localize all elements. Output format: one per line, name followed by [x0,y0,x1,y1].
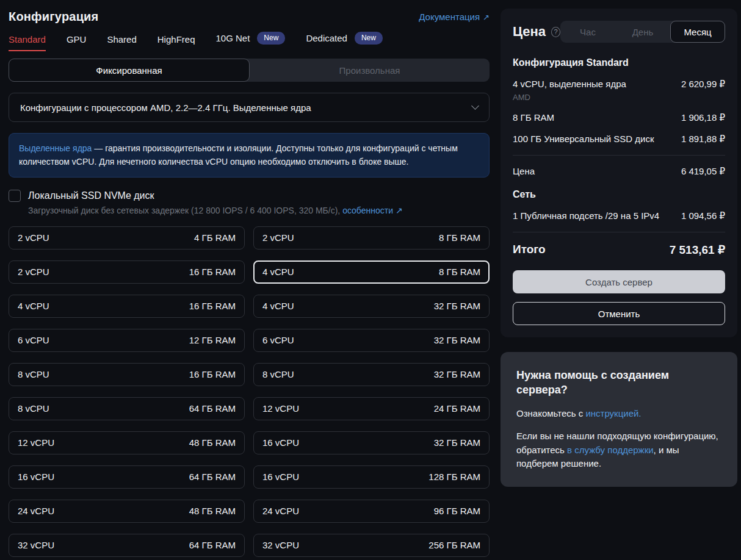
config-card[interactable]: 8 vCPU16 ГБ RAM [9,363,245,386]
subtotal-label: Цена [513,166,535,177]
tab-highfreq[interactable]: HighFreq [157,34,195,51]
tab-dedicated[interactable]: DedicatedNew [306,32,383,51]
help-title: Нужна помощь с созданием сервера? [516,368,721,398]
config-ram: 256 ГБ RAM [428,540,480,550]
config-cpu: 2 vCPU [18,232,49,243]
page-title: Конфигурация [9,10,99,24]
config-card[interactable]: 16 vCPU64 ГБ RAM [9,465,245,489]
documentation-link[interactable]: Документация↗ [419,12,490,22]
config-card[interactable]: 6 vCPU32 ГБ RAM [253,329,490,352]
price-item-label: 100 ГБ Универсальный SSD диск [513,134,654,145]
price-help-icon[interactable]: ? [551,27,560,37]
config-ram: 96 ГБ RAM [434,506,480,516]
price-item: 4 vCPU, выделенные ядра2 620,99 ₽AMD [513,79,725,102]
external-link-icon: ↗ [483,13,490,22]
divider [513,155,725,156]
divider [513,232,725,232]
nvme-checkbox[interactable] [9,190,21,202]
price-item-row: 4 vCPU, выделенные ядра2 620,99 ₽ [513,79,725,90]
pricing-mode-toggle: Фиксированная Произвольная [9,59,490,82]
config-card[interactable]: 2 vCPU16 ГБ RAM [9,260,245,284]
period-day[interactable]: День [615,21,670,43]
tab-standard[interactable]: Standard [9,34,46,51]
config-cpu: 24 vCPU [262,506,299,516]
config-cpu: 16 vCPU [262,437,299,448]
network-label: 1 Публичная подсеть /29 на 5 IPv4 [513,210,659,221]
config-card[interactable]: 4 vCPU32 ГБ RAM [253,295,490,318]
config-cpu: 32 vCPU [18,540,54,550]
processor-select-value: Конфигурации с процессором AMD, 2.2—2.4 … [20,102,311,113]
config-ram: 24 ГБ RAM [434,403,480,414]
subtotal-row: Цена 6 419,05 ₽ [513,166,725,177]
config-cpu: 6 vCPU [18,335,49,345]
support-link[interactable]: в службу поддержки [567,445,654,455]
config-type-tabs: StandardGPUSharedHighFreq10G NetNewDedic… [9,32,490,51]
config-cpu: 8 vCPU [18,369,49,379]
new-badge: New [355,32,383,45]
config-ram: 32 ГБ RAM [434,437,480,448]
price-items: 4 vCPU, выделенные ядра2 620,99 ₽AMD8 ГБ… [513,79,725,145]
config-cpu: 2 vCPU [18,267,49,277]
new-badge: New [257,32,285,45]
cancel-button[interactable]: Отменить [513,302,725,325]
config-card[interactable]: 8 vCPU64 ГБ RAM [9,397,245,420]
config-card[interactable]: 24 vCPU48 ГБ RAM [9,500,245,523]
config-card[interactable]: 6 vCPU12 ГБ RAM [9,329,245,352]
tab-label: HighFreq [157,34,195,45]
network-row: 1 Публичная подсеть /29 на 5 IPv4 1 094,… [513,210,725,221]
price-config-heading: Конфигурация Standard [513,57,725,68]
features-link-label: особенности [342,206,393,215]
mode-custom-segment[interactable]: Произвольная [250,59,490,82]
config-card[interactable]: 24 vCPU96 ГБ RAM [253,500,490,523]
nvme-description: Загрузочный диск без сетевых задержек (1… [28,206,490,215]
price-item-label: 4 vCPU, выделенные ядра [513,79,626,90]
config-ram: 64 ГБ RAM [189,403,236,414]
config-card[interactable]: 12 vCPU48 ГБ RAM [9,431,245,454]
banner-highlight: Выделенные ядра [19,143,92,153]
period-hour[interactable]: Час [560,21,615,43]
config-cpu: 24 vCPU [18,506,54,516]
price-item-row: 8 ГБ RAM1 906,18 ₽ [513,112,725,123]
config-ram: 32 ГБ RAM [434,335,480,345]
subtotal-value: 6 419,05 ₽ [681,166,725,177]
mode-fixed-segment[interactable]: Фиксированная [9,59,250,82]
config-card[interactable]: 2 vCPU4 ГБ RAM [9,226,245,249]
tab-shared[interactable]: Shared [107,34,136,51]
features-link[interactable]: особенности ↗ [342,206,402,215]
config-card[interactable]: 32 vCPU256 ГБ RAM [253,534,490,557]
help-line-2: Если вы не нашли подходящую конфигурацию… [516,429,721,471]
config-card[interactable]: 32 vCPU64 ГБ RAM [9,534,245,557]
config-card[interactable]: 4 vCPU8 ГБ RAM [253,260,490,284]
summary-column: Цена ? ЧасДеньМесяц Конфигурация Standar… [501,9,737,557]
processor-select[interactable]: Конфигурации с процессором AMD, 2.2—2.4 … [9,93,490,122]
config-card[interactable]: 2 vCPU8 ГБ RAM [253,226,490,249]
config-ram: 16 ГБ RAM [189,301,236,311]
config-ram: 4 ГБ RAM [194,232,236,243]
config-card[interactable]: 16 vCPU32 ГБ RAM [253,431,490,454]
config-ram: 8 ГБ RAM [439,267,480,277]
config-card[interactable]: 8 vCPU32 ГБ RAM [253,363,490,386]
config-ram: 64 ГБ RAM [189,540,236,550]
price-item: 100 ГБ Универсальный SSD диск1 891,88 ₽ [513,134,725,145]
tab-gpu[interactable]: GPU [67,34,87,51]
tab-label: 10G Net [215,33,250,43]
tab-10g-net[interactable]: 10G NetNew [215,32,285,51]
config-card[interactable]: 4 vCPU16 ГБ RAM [9,295,245,318]
price-item: 8 ГБ RAM1 906,18 ₽ [513,112,725,123]
server-configuration-page: Конфигурация Документация↗ StandardGPUSh… [0,0,741,557]
config-cpu: 2 vCPU [262,232,294,243]
config-cpu: 16 vCPU [18,472,54,482]
config-card[interactable]: 16 vCPU128 ГБ RAM [253,465,490,489]
config-card[interactable]: 12 vCPU24 ГБ RAM [253,397,490,420]
config-cpu: 12 vCPU [18,437,54,448]
create-server-button[interactable]: Создать сервер [513,270,725,293]
nvme-label: Локальный SSD NVMe диск [28,190,154,201]
config-cpu: 4 vCPU [18,301,49,311]
price-header: Цена ? ЧасДеньМесяц [513,21,725,43]
help-line-1: Ознакомьтесь с инструкцией. [516,407,721,421]
period-month[interactable]: Месяц [670,21,725,43]
tab-label: GPU [67,34,87,45]
instruction-link[interactable]: инструкцией. [585,408,641,418]
config-cpu: 6 vCPU [262,335,294,345]
config-cpu: 12 vCPU [262,403,299,414]
